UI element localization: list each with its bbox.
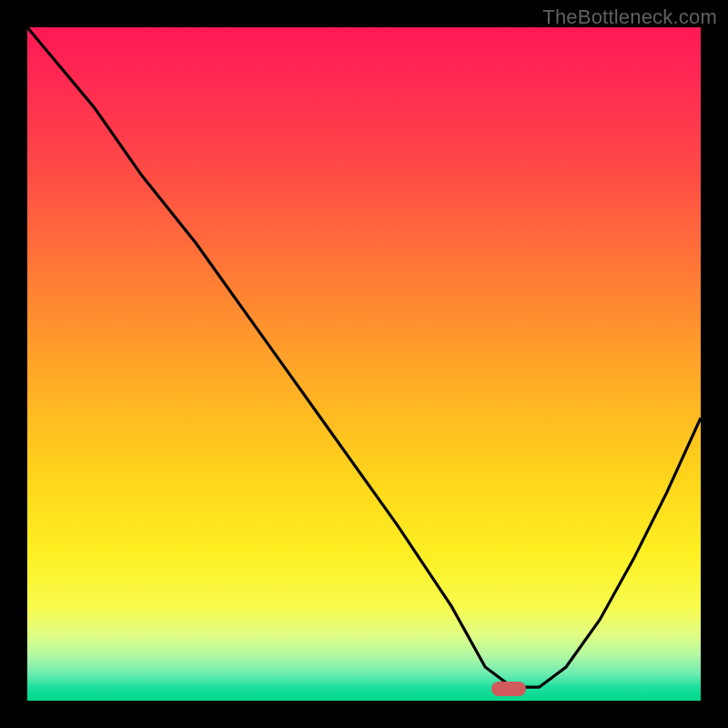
bottleneck-curve [27, 27, 701, 687]
chart-container: TheBottleneck.com [0, 0, 728, 728]
plot-area [27, 27, 701, 701]
watermark-text: TheBottleneck.com [542, 5, 717, 29]
curve-svg [27, 27, 701, 701]
optimal-marker [491, 682, 526, 696]
